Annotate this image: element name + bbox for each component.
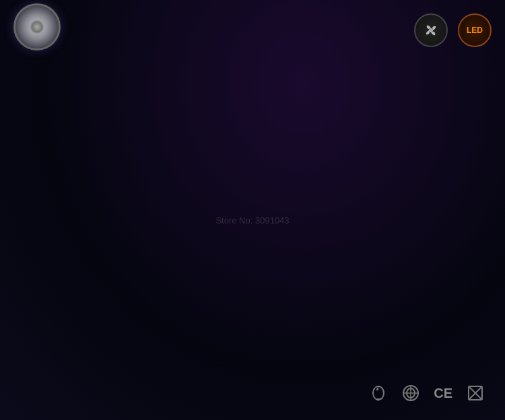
certification-section: CE	[0, 366, 505, 420]
recycle-icon	[369, 384, 388, 403]
feature-icons: LED	[414, 13, 492, 47]
led-icon: LED	[458, 13, 492, 47]
weee-icon	[466, 384, 485, 403]
eco-icon	[401, 384, 420, 403]
ce-certification: CE	[434, 386, 452, 401]
svg-point-0	[429, 28, 433, 32]
led-label: LED	[467, 26, 483, 35]
fan-icon	[414, 13, 448, 47]
fan-product-image	[13, 3, 67, 57]
